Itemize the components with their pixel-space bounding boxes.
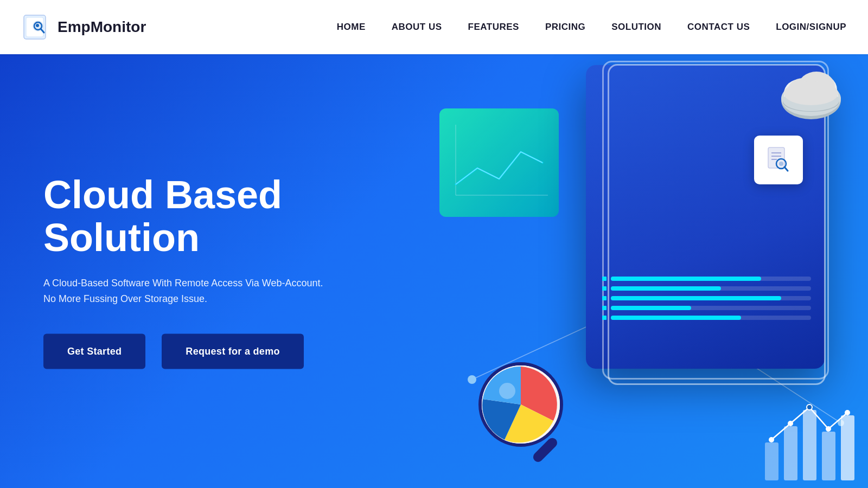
nav-about[interactable]: ABOUT US	[392, 22, 442, 33]
hero-buttons: Get Started Request for a demo	[43, 333, 323, 369]
svg-rect-40	[784, 426, 797, 480]
pie-magnifier	[472, 356, 580, 466]
nav-solution[interactable]: SOLUTION	[611, 22, 661, 33]
monitor-bar-row	[602, 277, 811, 281]
nav-links: HOME ABOUT US FEATURES PRICING SOLUTION …	[337, 22, 846, 33]
bar-track	[611, 306, 811, 310]
chart-panel	[439, 108, 559, 217]
hero-title: Cloud Based Solution	[43, 174, 323, 259]
bar-fill	[611, 316, 741, 320]
navbar: EmpMonitor HOME ABOUT US FEATURES PRICIN…	[0, 0, 868, 54]
bar-fill	[611, 306, 691, 310]
bar-fill	[611, 277, 761, 281]
bar-dot	[602, 277, 607, 281]
nav-home[interactable]: HOME	[337, 22, 366, 33]
svg-point-44	[769, 437, 774, 442]
svg-point-48	[845, 410, 850, 415]
monitor-bar-row	[602, 296, 811, 300]
bar-track	[611, 286, 811, 291]
svg-rect-15	[445, 114, 553, 211]
svg-point-24	[779, 162, 783, 166]
request-demo-button[interactable]: Request for a demo	[162, 333, 303, 369]
bar-dot	[602, 296, 607, 300]
nav-contact[interactable]: CONTACT US	[687, 22, 750, 33]
get-started-button[interactable]: Get Started	[43, 333, 145, 369]
bar-track	[611, 296, 811, 300]
monitor-bar-row	[602, 316, 811, 320]
cloud-icon	[770, 60, 852, 121]
svg-point-45	[788, 421, 793, 426]
nav-features[interactable]: FEATURES	[468, 22, 519, 33]
bar-fill	[611, 286, 721, 291]
bar-chart-corner	[760, 377, 868, 488]
hero-illustration	[407, 54, 868, 488]
bar-dot	[602, 286, 607, 291]
line-chart	[445, 114, 553, 211]
bar-track	[611, 316, 811, 320]
svg-rect-41	[803, 410, 816, 480]
svg-rect-39	[765, 442, 778, 480]
svg-point-47	[826, 426, 831, 432]
logo-link[interactable]: EmpMonitor	[22, 12, 146, 42]
svg-rect-43	[841, 415, 854, 480]
search-doc-card	[754, 136, 803, 184]
svg-point-34	[784, 81, 838, 105]
nav-pricing[interactable]: PRICING	[545, 22, 585, 33]
search-doc-icon	[764, 145, 793, 175]
bar-track	[611, 277, 811, 281]
bar-fill	[611, 296, 781, 300]
svg-point-46	[807, 404, 812, 410]
svg-point-5	[36, 24, 39, 27]
monitor-bar-row	[602, 306, 811, 310]
bar-dot	[602, 306, 607, 310]
svg-rect-42	[822, 432, 835, 480]
hero-subtitle: A Cloud-Based Software With Remote Acces…	[43, 275, 323, 307]
brand-name: EmpMonitor	[58, 18, 146, 36]
hero-content: Cloud Based Solution A Cloud-Based Softw…	[43, 174, 323, 369]
svg-point-38	[499, 383, 515, 399]
logo-icon	[22, 12, 52, 42]
monitor-bar-row	[602, 286, 811, 291]
svg-line-23	[784, 167, 788, 171]
monitor-bars	[602, 277, 811, 325]
hero-section: Cloud Based Solution A Cloud-Based Softw…	[0, 54, 868, 488]
bar-dot	[602, 316, 607, 320]
nav-login[interactable]: LOGIN/SIGNUP	[776, 22, 846, 33]
